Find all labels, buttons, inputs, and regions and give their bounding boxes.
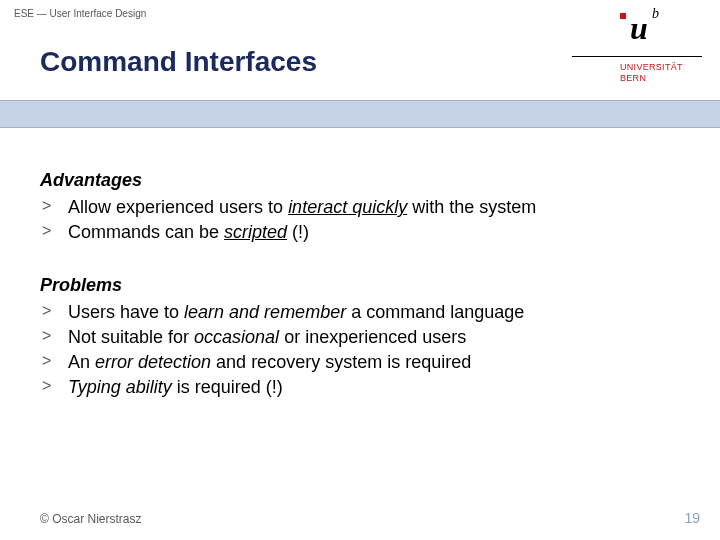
logo-text: UNIVERSITÄT BERN <box>620 62 702 85</box>
logo-red-square-icon <box>620 13 626 19</box>
list-item: Commands can be scripted (!) <box>40 220 680 244</box>
advantages-heading: Advantages <box>40 170 680 191</box>
university-logo: u b UNIVERSITÄT BERN <box>572 8 702 98</box>
list-item: Not suitable for occasional or inexperie… <box>40 325 680 349</box>
page-number: 19 <box>684 510 700 526</box>
logo-line1: UNIVERSITÄT <box>620 62 702 73</box>
copyright: © Oscar Nierstrasz <box>40 512 142 526</box>
problems-heading: Problems <box>40 275 680 296</box>
logo-u-glyph: u <box>630 12 648 44</box>
content: Advantages Allow experienced users to in… <box>40 170 680 430</box>
logo-rule <box>572 56 702 57</box>
header: ESE — User Interface Design Command Inte… <box>0 0 720 100</box>
list-item: Typing ability is required (!) <box>40 375 680 399</box>
list-item: Allow experienced users to interact quic… <box>40 195 680 219</box>
divider-band <box>0 100 720 128</box>
list-item: An error detection and recovery system i… <box>40 350 680 374</box>
logo-b-superscript: b <box>652 6 659 22</box>
logo-line2: BERN <box>620 73 702 84</box>
page-title: Command Interfaces <box>40 46 317 78</box>
advantages-list: Allow experienced users to interact quic… <box>40 195 680 245</box>
problems-list: Users have to learn and remember a comma… <box>40 300 680 400</box>
course-label: ESE — User Interface Design <box>14 8 146 19</box>
list-item: Users have to learn and remember a comma… <box>40 300 680 324</box>
